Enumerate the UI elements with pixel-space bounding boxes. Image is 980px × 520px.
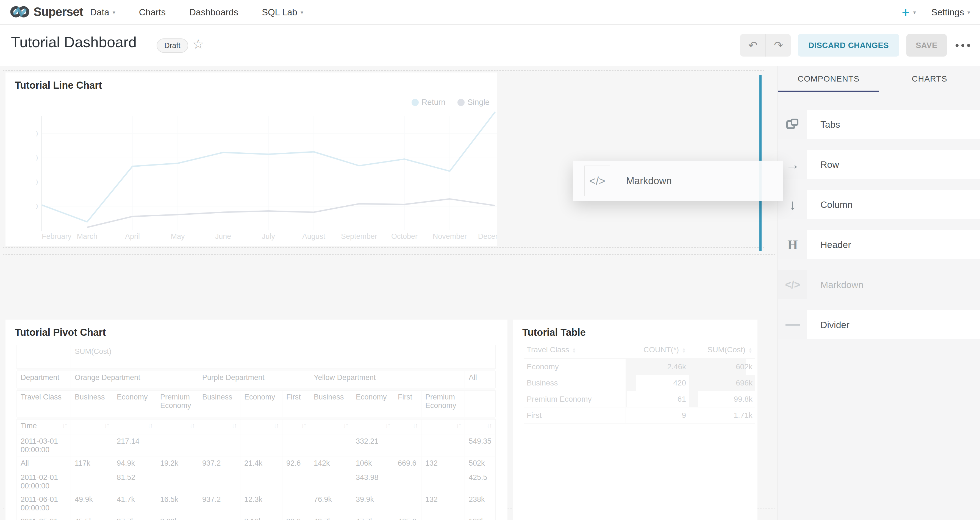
nav-item-data[interactable]: Data▾ — [90, 7, 115, 17]
sort-icon[interactable]: ↓↑ — [189, 422, 194, 429]
pivot-col-header: Premium Economy — [422, 391, 465, 417]
component-item-row[interactable]: →Row — [778, 150, 980, 179]
table-col-header[interactable]: SUM(Cost)▲▼ — [689, 342, 755, 358]
svg-text:April: April — [125, 232, 140, 241]
pivot-cell: 132 — [422, 457, 465, 471]
markdown-code-icon: </> — [584, 166, 610, 196]
cell-count: 9 — [625, 407, 689, 423]
table-row[interactable]: Economy2.46k602k — [524, 358, 755, 375]
legend-entry[interactable]: Return — [412, 98, 445, 107]
table-col-header[interactable]: Travel Class▲▼ — [524, 342, 625, 358]
nav-item-dashboards[interactable]: Dashboards — [189, 7, 238, 17]
pivot-table: SUM(Cost)DepartmentOrange DepartmentPurp… — [16, 345, 496, 520]
table-row[interactable]: Business420696k — [524, 375, 755, 391]
pivot-row: 2011-03-01 00:00:00217.14332.21549.35 — [17, 435, 496, 457]
sort-icon[interactable]: ↓↑ — [62, 422, 67, 429]
pivot-cell: 8.16k — [240, 515, 282, 520]
pivot-chart-card[interactable]: Tutorial Pivot Chart SUM(Cost)Department… — [5, 320, 508, 520]
legend-entry[interactable]: Single — [457, 98, 490, 107]
dragged-markdown-card[interactable]: </> Markdown — [573, 161, 783, 201]
pivot-row: 2011-05-01 00:00:0045.5k37.7k2.69k8.16k9… — [17, 515, 496, 520]
line-chart-card[interactable]: Tutorial Line Chart ReturnSingle 2004006… — [5, 73, 497, 246]
component-item-markdown: </>Markdown — [778, 270, 980, 299]
sort-icon[interactable]: ↓↑ — [385, 422, 390, 429]
cell-travel-class: Business — [524, 375, 625, 391]
pivot-metric-header: SUM(Cost) — [71, 345, 496, 369]
sort-icon[interactable]: ↓↑ — [456, 422, 461, 429]
sort-icon[interactable]: ↓↑ — [274, 422, 278, 429]
pivot-cell: 12.3k — [240, 493, 282, 515]
pivot-cell: 192k — [465, 515, 496, 520]
pivot-col-header: Premium Economy — [156, 391, 198, 417]
nav-item-charts[interactable]: Charts — [139, 7, 165, 17]
markdown-code-icon: </> — [778, 270, 807, 299]
pivot-cell — [71, 435, 113, 457]
favorite-star-icon[interactable]: ☆ — [192, 36, 204, 52]
sort-icon[interactable]: ↓↑ — [301, 422, 306, 429]
cell-count: 2.46k — [625, 358, 689, 375]
pivot-col-header: Business — [198, 391, 240, 417]
tab-components[interactable]: COMPONENTS — [778, 66, 879, 92]
sort-icon[interactable]: ↓↑ — [148, 422, 152, 429]
table-row[interactable]: First91.71k — [524, 407, 755, 423]
pivot-cell: 465.6 — [394, 515, 422, 520]
sort-icon[interactable]: ↓↑ — [104, 422, 109, 429]
table-row[interactable]: Premium Economy6199.8k — [524, 391, 755, 407]
pivot-cell — [198, 435, 240, 457]
sort-icon[interactable]: ↓↑ — [487, 422, 492, 429]
pivot-corner-travel-class: Travel Class — [17, 391, 71, 417]
pivot-corner-department: Department — [17, 371, 71, 388]
new-item-button[interactable]: + ▾ — [902, 6, 916, 19]
pivot-col-header: Economy — [113, 391, 156, 417]
sort-icon[interactable]: ↓↑ — [232, 422, 236, 429]
settings-label: Settings — [931, 7, 964, 17]
redo-button[interactable]: ↷ — [765, 34, 791, 57]
chevron-down-icon: ▾ — [301, 9, 303, 16]
pivot-cell: 47.7k — [352, 515, 394, 520]
cell-travel-class: First — [524, 407, 625, 423]
save-button[interactable]: SAVE — [906, 34, 947, 57]
discard-changes-button[interactable]: DISCARD CHANGES — [798, 34, 899, 57]
legend-dot — [412, 99, 419, 106]
pivot-cell: 76.9k — [310, 493, 352, 515]
pivot-cell — [282, 435, 310, 457]
svg-text:November: November — [433, 232, 467, 241]
component-item-tabs[interactable]: Tabs — [778, 110, 980, 139]
pivot-cell: 937.2 — [198, 457, 240, 471]
pivot-col-group: Purple Department — [198, 371, 310, 388]
component-item-divider[interactable]: Divider — [778, 310, 980, 339]
chart-legend[interactable]: ReturnSingle — [412, 98, 490, 107]
component-item-column[interactable]: ↓Column — [778, 190, 980, 219]
dashboard-row-1[interactable]: Tutorial Line Chart ReturnSingle 2004006… — [3, 70, 764, 247]
pivot-col-group: All — [465, 371, 496, 388]
svg-text:200: 200 — [36, 202, 38, 211]
pivot-cell — [394, 471, 422, 493]
table-col-header[interactable]: COUNT(*)▲▼ — [625, 342, 689, 358]
pivot-row-label: 2011-05-01 00:00:00 — [17, 515, 71, 520]
pivot-cell: 132 — [422, 493, 465, 515]
tab-charts[interactable]: CHARTS — [879, 66, 980, 92]
undo-redo-group: ↶ ↷ — [740, 34, 791, 57]
page-title[interactable]: Tutorial Dashboard — [11, 33, 137, 51]
table-chart-card[interactable]: Tutorial Table Travel Class▲▼COUNT(*)▲▼S… — [513, 320, 757, 520]
sort-icon[interactable]: ↓↑ — [413, 422, 417, 429]
svg-text:December: December — [478, 232, 497, 241]
undo-button[interactable]: ↶ — [740, 34, 765, 57]
component-item-header[interactable]: HHeader — [778, 230, 980, 259]
sort-icon[interactable]: ↓↑ — [343, 422, 348, 429]
pivot-cell — [282, 493, 310, 515]
superset-logo[interactable]: Superset — [10, 5, 83, 19]
cell-sum: 99.8k — [689, 391, 755, 407]
pivot-cell: 21.4k — [240, 457, 282, 471]
plus-icon: + — [902, 6, 909, 19]
pivot-col-header: Economy — [240, 391, 282, 417]
pivot-col-header — [465, 391, 496, 417]
nav-item-sql-lab[interactable]: SQL Lab▾ — [262, 7, 303, 17]
dashboard-row-2[interactable]: Tutorial Pivot Chart SUM(Cost)Department… — [3, 254, 775, 509]
more-options-icon[interactable] — [956, 44, 970, 47]
pivot-cell: 92.6 — [282, 457, 310, 471]
settings-menu[interactable]: Settings ▾ — [931, 7, 970, 17]
pivot-row: 2011-02-01 00:00:0081.52343.98425.5 — [17, 471, 496, 493]
component-item-label: Markdown — [820, 279, 864, 290]
pivot-cell: 669.6 — [394, 457, 422, 471]
